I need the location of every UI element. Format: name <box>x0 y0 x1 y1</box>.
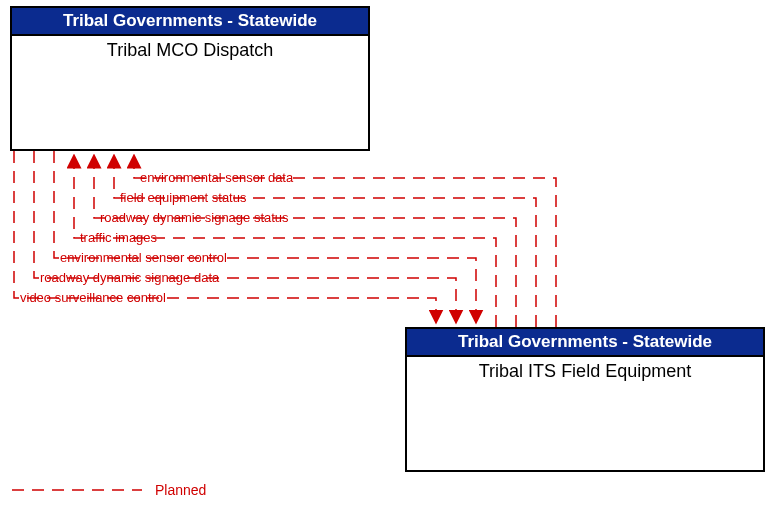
flow-label-traffic-images: traffic images <box>80 230 157 245</box>
node-top-body: Tribal MCO Dispatch <box>12 36 368 65</box>
node-top-header: Tribal Governments - Statewide <box>12 8 368 36</box>
flow-label-roadway-signage-status: roadway dynamic signage status <box>100 210 289 225</box>
flow-label-env-sensor-control: environmental sensor control <box>60 250 227 265</box>
flow-label-env-sensor-data: environmental sensor data <box>140 170 293 185</box>
legend-planned-label: Planned <box>155 482 206 498</box>
node-tribal-mco-dispatch[interactable]: Tribal Governments - Statewide Tribal MC… <box>10 6 370 151</box>
flow-label-field-equipment-status: field equipment status <box>120 190 246 205</box>
node-bottom-body: Tribal ITS Field Equipment <box>407 357 763 386</box>
node-tribal-its-field-equipment[interactable]: Tribal Governments - Statewide Tribal IT… <box>405 327 765 472</box>
flow-label-video-surveillance-control: video surveillance control <box>20 290 166 305</box>
node-bottom-header: Tribal Governments - Statewide <box>407 329 763 357</box>
flow-label-roadway-signage-data: roadway dynamic signage data <box>40 270 219 285</box>
